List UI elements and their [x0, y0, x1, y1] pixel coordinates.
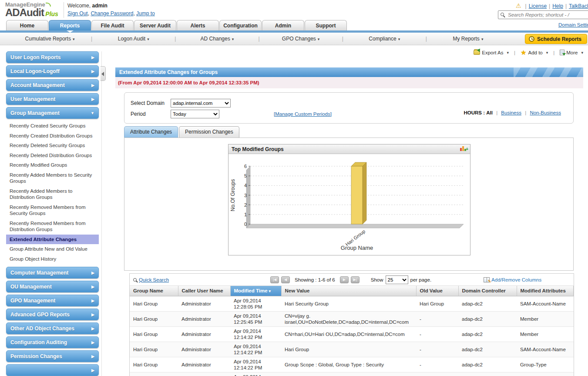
- subnav-menu-logon-audit[interactable]: Logon Audit▾: [92, 36, 175, 42]
- sidebar-section-user-management[interactable]: User Management▶: [6, 93, 99, 105]
- sidebar-item-group-attribute-new-and-old-value[interactable]: Group Attribute New and Old Value: [6, 244, 99, 254]
- chart-type-icon[interactable]: [460, 146, 467, 152]
- table-row[interactable]: Hari GroupAdministratorApr 09,201412:14:…: [130, 357, 574, 372]
- tab-attribute-changes[interactable]: Attribute Changes: [124, 126, 178, 138]
- sidebar-section-cutoff[interactable]: ▶: [6, 364, 99, 376]
- warning-icon[interactable]: ⚠: [516, 2, 521, 9]
- sidebar-collapse-handle[interactable]: [101, 66, 106, 81]
- jump-to-link[interactable]: Jump to: [136, 10, 155, 17]
- sidebar-section-user-logon-reports[interactable]: User Logon Reports▶: [6, 51, 99, 63]
- schedule-reports-button[interactable]: Schedule Reports: [525, 34, 587, 44]
- sidebar-item-recently-removed-members-from-distribution-groups[interactable]: Recently Removed Members from Distributi…: [6, 218, 99, 235]
- filter-box: Select Domain adap.internal.com Period T…: [124, 92, 574, 124]
- sidebar-item-recently-deleted-security-groups[interactable]: Recently Deleted Security Groups: [6, 141, 99, 151]
- column-header-modified-attributes[interactable]: Modified Attributes: [517, 286, 574, 296]
- hours-nonbusiness-link[interactable]: Non-Business: [530, 110, 561, 115]
- sidebar-section-gpo-management[interactable]: GPO Management▶: [6, 295, 99, 306]
- period-select[interactable]: Today: [171, 110, 219, 118]
- chevron-down-icon: ▾: [481, 37, 484, 41]
- tab-home[interactable]: Home: [6, 20, 48, 30]
- sign-out-link[interactable]: Sign Out: [67, 10, 88, 17]
- welcome-text: Welcome, admin: [67, 3, 108, 9]
- domain-settings-link[interactable]: Domain Settings: [558, 22, 588, 27]
- manage-custom-periods-link[interactable]: [Manage Custom Periods]: [274, 111, 332, 117]
- page-size-select[interactable]: 25: [386, 275, 408, 284]
- table-row[interactable]: Hari GroupAdministratorApr 09,201412:28:…: [130, 296, 574, 311]
- hours-business-link[interactable]: Business: [501, 110, 521, 115]
- sidebar-item-group-object-history[interactable]: Group Object History: [6, 254, 99, 264]
- column-header-old-value[interactable]: Old Value: [416, 286, 458, 296]
- tab-alerts[interactable]: Alerts: [177, 20, 219, 30]
- tab-configuration[interactable]: Configuration: [219, 20, 262, 30]
- sidebar-item-recently-removed-members-from-security-groups[interactable]: Recently Removed Members from Security G…: [6, 202, 99, 218]
- sidebar-item-extended-attribute-changes[interactable]: Extended Attribute Changes: [6, 235, 99, 245]
- subnav-menu-my-reports[interactable]: My Reports▾: [427, 36, 509, 42]
- talkback-link[interactable]: TalkBack: [569, 3, 588, 9]
- sidebar-section-group-management[interactable]: Group Management▼: [6, 107, 99, 119]
- subnav-menu-compliance[interactable]: Compliance▾: [343, 36, 426, 42]
- subnav-menu-ad-changes[interactable]: AD Changes▾: [176, 36, 258, 42]
- sidebar-item-recently-modified-groups[interactable]: Recently Modified Groups: [6, 160, 99, 170]
- sidebar-section-computer-management[interactable]: Computer Management▶: [6, 267, 99, 279]
- domain-select[interactable]: adap.internal.com: [171, 99, 231, 107]
- extended-attribute-changes-table: Group NameCaller User NameModified Time▾…: [130, 286, 574, 376]
- subnav-menu-cumulative-reports[interactable]: Cumulative Reports▾: [9, 36, 91, 42]
- subnav-menu-gpo-changes[interactable]: GPO Changes▾: [260, 36, 342, 42]
- sidebar-item-recently-created-security-groups[interactable]: Recently Created Security Groups: [6, 121, 99, 131]
- column-header-group-name[interactable]: Group Name: [130, 286, 178, 296]
- sidebar-item-recently-added-members-to-security-groups[interactable]: Recently Added Members to Security Group…: [6, 170, 99, 186]
- sidebar-item-recently-deleted-distribution-groups[interactable]: Recently Deleted Distribution Groups: [6, 151, 99, 161]
- sidebar-section-other-ad-object-changes[interactable]: Other AD Object Changes▶: [6, 322, 99, 334]
- subnav-menu-label: Cumulative Reports: [25, 36, 71, 42]
- column-header-new-value[interactable]: New Value: [281, 286, 416, 296]
- add-to-button[interactable]: ★ Add to ▾: [521, 50, 548, 55]
- cell-group-name: Hari Group: [130, 296, 178, 311]
- table-row[interactable]: Hari GroupAdministratorApr 09,201412:14:…: [130, 342, 574, 357]
- last-page-button[interactable]: ▶|: [351, 276, 360, 283]
- tab-reports[interactable]: Reports: [49, 20, 91, 30]
- sort-caret-icon: ▾: [269, 289, 271, 293]
- tab-file-audit[interactable]: File Audit: [91, 20, 134, 30]
- more-button[interactable]: More ▾: [560, 50, 583, 55]
- export-as-button[interactable]: Export As ▾: [474, 50, 509, 55]
- separator: |: [525, 110, 526, 115]
- sidebar-section-ou-management[interactable]: OU Management▶: [6, 281, 99, 292]
- tab-admin[interactable]: Admin: [262, 20, 304, 30]
- tab-permission-changes[interactable]: Permission Changes: [179, 126, 239, 138]
- cell-group-name: Hari Group: [130, 311, 178, 326]
- sidebar-item-recently-added-members-to-distribution-groups[interactable]: Recently Added Members to Distribution G…: [6, 186, 99, 202]
- quick-search-button[interactable]: Quick Search: [133, 277, 249, 282]
- add-remove-columns-button[interactable]: Add/Remove Columns: [484, 277, 541, 282]
- tab-support[interactable]: Support: [305, 20, 347, 30]
- report-title: Extended Attribute Changes for Groups: [119, 69, 218, 75]
- search-input[interactable]: [507, 11, 588, 18]
- next-page-button[interactable]: ▶: [340, 276, 349, 283]
- report-search-box[interactable]: [498, 10, 588, 19]
- sidebar-section-advanced-gpo-reports[interactable]: Advanced GPO Reports▶: [6, 309, 99, 320]
- sidebar-section-local-logon-logoff[interactable]: Local Logon-Logoff▶: [6, 65, 99, 77]
- help-link[interactable]: Help: [552, 3, 563, 9]
- column-header-domain-controller[interactable]: Domain Controller: [458, 286, 517, 296]
- sidebar-section-configuration-auditing[interactable]: Configuration Auditing▶: [6, 336, 99, 348]
- column-header-modified-time[interactable]: Modified Time▾: [230, 286, 281, 296]
- table-row[interactable]: Hari GroupAdministratorApr 09,201412:14:…: [130, 326, 574, 342]
- first-page-button[interactable]: |◀: [270, 276, 279, 283]
- sidebar-item-recently-created-distribution-groups[interactable]: Recently Created Distribution Groups: [6, 131, 99, 141]
- table-row[interactable]: Hari GroupAdministratorApr 09,201412:14:…: [130, 372, 574, 376]
- sidebar-section-permission-changes[interactable]: Permission Changes▶: [6, 350, 99, 362]
- prev-page-button[interactable]: ◀: [281, 276, 290, 283]
- tab-server-audit[interactable]: Server Audit: [134, 20, 176, 30]
- sidebar-section-account-management[interactable]: Account Management▶: [6, 79, 99, 91]
- cell-modified-attributes: Member: [517, 326, 574, 342]
- sidebar-section-label: Configuration Auditing: [10, 339, 67, 346]
- hours-all[interactable]: All: [486, 110, 493, 115]
- separator: |: [514, 50, 515, 55]
- export-icon: [474, 50, 480, 55]
- change-password-link[interactable]: Change Password: [91, 10, 133, 17]
- column-header-caller-user-name[interactable]: Caller User Name: [178, 286, 230, 296]
- main-tabs: HomeReportsFile AuditServer AuditAlertsC…: [6, 20, 588, 30]
- sidebar-section-label: OU Management: [10, 284, 52, 290]
- license-link[interactable]: License: [529, 3, 547, 9]
- cell-caller-user-name: Administrator: [178, 326, 230, 342]
- table-row[interactable]: Hari GroupAdministratorApr 09,201412:25:…: [130, 311, 574, 326]
